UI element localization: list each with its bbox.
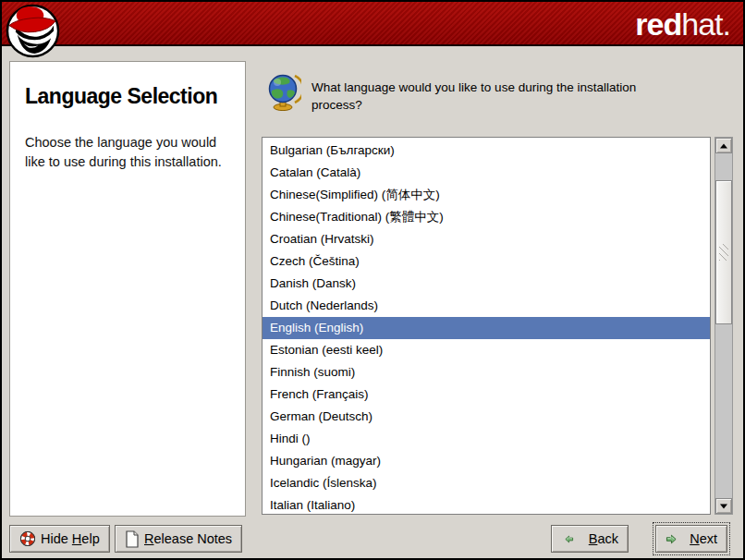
list-item[interactable]: Chinese(Simplified) (简体中文) — [263, 184, 710, 206]
document-icon — [125, 530, 140, 548]
scroll-up-button[interactable] — [715, 138, 732, 153]
header-banner: redhat. — [2, 2, 743, 46]
page-title: Language Selection — [25, 84, 230, 109]
help-panel: Language Selection Choose the language y… — [9, 61, 246, 517]
list-item[interactable]: Italian (Italiano) — [263, 494, 710, 515]
arrow-right-icon — [666, 532, 677, 546]
redhat-wordmark: redhat. — [635, 4, 730, 44]
brand-light: hat. — [681, 6, 730, 42]
globe-icon — [267, 72, 301, 111]
question-row: What language would you like to use duri… — [267, 72, 668, 114]
list-item[interactable]: Czech (Čeština) — [263, 250, 710, 273]
next-label: Next — [690, 531, 717, 546]
triangle-down-icon — [720, 504, 727, 508]
hide-help-button[interactable]: Hide Help — [9, 525, 110, 553]
arrow-left-icon — [565, 532, 574, 546]
next-button[interactable]: Next — [655, 525, 727, 553]
release-notes-label: Release Notes — [144, 531, 232, 546]
list-item[interactable]: Dutch (Nederlands) — [263, 295, 710, 317]
redhat-shadowman-icon — [6, 4, 60, 58]
back-label: Back — [589, 531, 618, 546]
list-item[interactable]: Chinese(Traditional) (繁體中文) — [263, 206, 710, 228]
list-item[interactable]: Croatian (Hrvatski) — [263, 228, 710, 250]
list-item[interactable]: Estonian (eesti keel) — [263, 339, 710, 361]
list-item[interactable]: Icelandic (Íslenska) — [263, 472, 710, 494]
list-item[interactable]: Finnish (suomi) — [263, 361, 710, 383]
next-button-focus-ring: Next — [653, 522, 730, 555]
triangle-up-icon — [720, 143, 727, 148]
list-item[interactable]: Hindi () — [263, 428, 710, 450]
list-item[interactable]: Bulgarian (Български) — [263, 140, 710, 162]
lifebuoy-icon — [19, 530, 36, 547]
list-scrollbar[interactable] — [714, 137, 733, 515]
release-notes-button[interactable]: Release Notes — [115, 525, 242, 553]
list-item[interactable]: Hungarian (magyar) — [263, 450, 710, 472]
scroll-down-button[interactable] — [715, 498, 732, 514]
list-item[interactable]: Danish (Dansk) — [263, 273, 710, 295]
back-button[interactable]: Back — [551, 525, 629, 553]
list-item[interactable]: German (Deutsch) — [263, 406, 710, 428]
question-text: What language would you like to use duri… — [311, 79, 668, 114]
list-item[interactable]: Catalan (Català) — [263, 162, 710, 184]
list-item[interactable]: French (Français) — [263, 383, 710, 406]
list-item-selected[interactable]: English (English) — [263, 317, 710, 339]
brand-bold: red — [635, 6, 681, 42]
hide-help-label: Hide Help — [41, 531, 100, 546]
language-list[interactable]: Bulgarian (Български)Catalan (Català)Chi… — [262, 137, 711, 515]
scrollbar-thumb[interactable] — [715, 180, 732, 324]
installer-window: redhat. Language Selection Choose the la… — [0, 0, 745, 560]
help-text: Choose the language you would like to us… — [25, 133, 230, 172]
